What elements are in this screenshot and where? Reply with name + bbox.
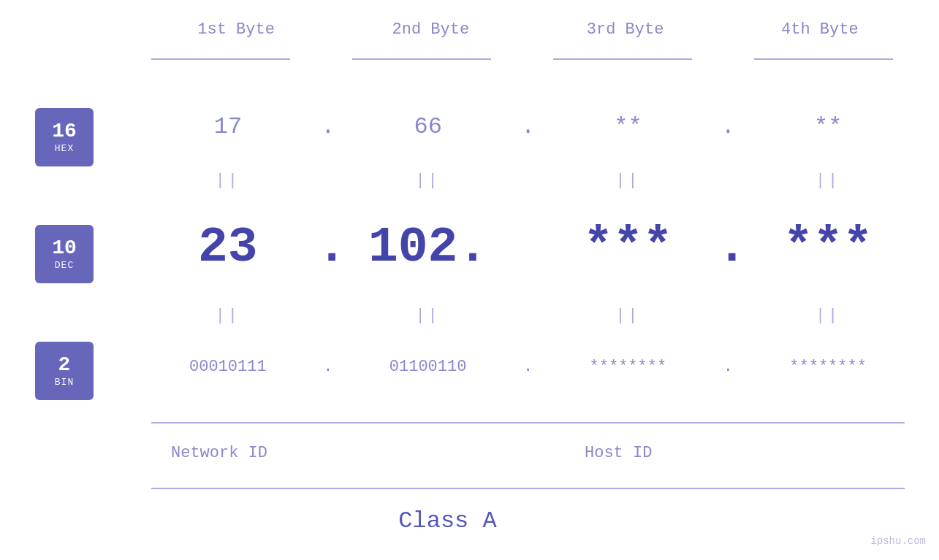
bin-badge-label: BIN [55,377,74,388]
byte-label-4: 4th Byte [723,20,917,39]
bin-cell-2: 01100110 [339,358,517,376]
hex-cell-1: 17 [139,113,317,140]
byte-label-3: 3rd Byte [528,20,723,39]
hex-badge-num: 16 [52,120,77,143]
hex-cell-4: ** [739,113,917,140]
dec-badge-label: DEC [55,260,74,271]
bracket-top-1 [151,58,290,60]
bottom-line [151,488,905,489]
bin-cell-4: ******** [739,358,917,376]
bracket-top-3 [553,58,692,60]
bracket-top-2 [352,58,491,60]
sep-cell-5: || [139,307,317,325]
hex-dot-3: . [717,113,739,140]
hex-badge-label: HEX [55,143,74,154]
hex-badge: 16 HEX [35,108,94,166]
sep-cell-2: || [339,172,517,190]
dec-cell-3: *** [539,219,718,275]
sep-cell-6: || [339,307,517,325]
bin-badge: 2 BIN [35,342,94,400]
dec-dot-1: . [317,219,339,275]
sep-cell-4: || [739,172,917,190]
hex-cell-3: ** [539,113,718,140]
bin-dot-2: . [517,358,539,376]
sep-cell-3: || [539,172,718,190]
hex-dot-2: . [517,113,539,140]
host-id-label: Host ID [585,444,652,462]
bin-dot-3: . [717,358,739,376]
dec-badge-num: 10 [52,237,77,260]
hex-dot-1: . [317,113,339,140]
sep-cell-8: || [739,307,917,325]
dec-dot-3: . [717,219,739,275]
watermark: ipshu.com [870,535,926,547]
sep-cell-7: || [539,307,718,325]
byte-label-2: 2nd Byte [333,20,528,39]
class-label: Class A [0,507,895,534]
separator-row-2: || || || || [139,307,917,325]
bin-row: 00010111 . 01100110 . ******** . *******… [139,358,917,376]
sep-cell-1: || [139,172,317,190]
hex-row: 17 . 66 . ** . ** [139,113,917,140]
byte-labels-row: 1st Byte 2nd Byte 3rd Byte 4th Byte [139,20,917,39]
bin-badge-num: 2 [58,354,71,377]
dec-row: 23 . 102. . *** . *** [139,219,917,275]
dec-cell-1: 23 [139,219,317,275]
bin-cell-3: ******** [539,358,718,376]
network-id-label: Network ID [171,444,267,462]
bracket-bottom-left [151,422,352,423]
byte-label-1: 1st Byte [139,20,333,39]
dec-cell-4: *** [739,219,917,275]
bracket-bottom-right [352,422,905,423]
bin-cell-1: 00010111 [139,358,317,376]
main-container: 1st Byte 2nd Byte 3rd Byte 4th Byte 16 H… [0,0,939,560]
dec-badge: 10 DEC [35,225,94,283]
separator-row-1: || || || || [139,172,917,190]
bin-dot-1: . [317,358,339,376]
dec-cell-2: 102. [339,219,517,275]
bracket-top-4 [754,58,893,60]
hex-cell-2: 66 [339,113,517,140]
